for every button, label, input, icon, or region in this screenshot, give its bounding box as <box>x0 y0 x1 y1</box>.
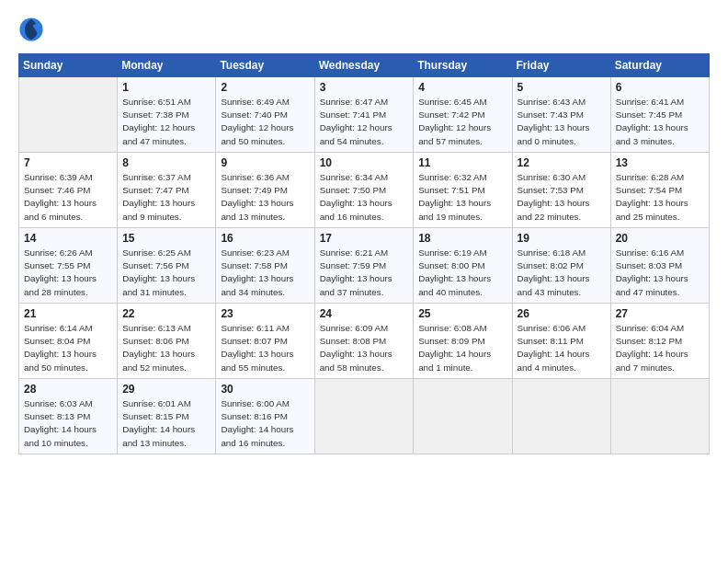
calendar-header-wednesday: Wednesday <box>314 54 414 77</box>
calendar-cell: 24Sunrise: 6:09 AM Sunset: 8:08 PM Dayli… <box>314 304 414 379</box>
calendar-cell <box>19 77 118 153</box>
day-info: Sunrise: 6:03 AM Sunset: 8:13 PM Dayligh… <box>24 397 112 450</box>
calendar-cell: 15Sunrise: 6:25 AM Sunset: 7:56 PM Dayli… <box>118 228 216 304</box>
calendar-cell: 6Sunrise: 6:41 AM Sunset: 7:45 PM Daylig… <box>610 77 709 153</box>
day-number: 21 <box>24 307 112 320</box>
day-info: Sunrise: 6:11 AM Sunset: 8:07 PM Dayligh… <box>221 322 309 374</box>
calendar-cell: 21Sunrise: 6:14 AM Sunset: 8:04 PM Dayli… <box>19 304 118 379</box>
day-number: 12 <box>518 156 606 169</box>
day-number: 5 <box>518 81 606 94</box>
day-info: Sunrise: 6:25 AM Sunset: 7:56 PM Dayligh… <box>122 247 210 299</box>
calendar-header-friday: Friday <box>512 54 610 77</box>
day-number: 18 <box>418 232 506 245</box>
calendar-cell: 16Sunrise: 6:23 AM Sunset: 7:58 PM Dayli… <box>216 228 314 304</box>
day-info: Sunrise: 6:16 AM Sunset: 8:03 PM Dayligh… <box>616 247 704 299</box>
day-number: 26 <box>518 307 606 320</box>
day-number: 25 <box>418 307 506 320</box>
calendar-cell <box>414 379 512 454</box>
calendar-week-row: 14Sunrise: 6:26 AM Sunset: 7:55 PM Dayli… <box>19 228 710 304</box>
calendar-cell: 19Sunrise: 6:18 AM Sunset: 8:02 PM Dayli… <box>512 228 610 304</box>
day-number: 6 <box>616 81 704 94</box>
day-number: 4 <box>418 81 506 94</box>
day-info: Sunrise: 6:13 AM Sunset: 8:06 PM Dayligh… <box>122 322 210 374</box>
day-number: 15 <box>122 232 210 245</box>
day-info: Sunrise: 6:51 AM Sunset: 7:38 PM Dayligh… <box>122 96 210 148</box>
day-info: Sunrise: 6:14 AM Sunset: 8:04 PM Dayligh… <box>24 322 112 374</box>
day-number: 1 <box>122 81 210 94</box>
day-number: 30 <box>221 383 309 396</box>
day-number: 22 <box>122 307 210 320</box>
calendar-week-row: 7Sunrise: 6:39 AM Sunset: 7:46 PM Daylig… <box>19 153 710 228</box>
day-number: 19 <box>518 232 606 245</box>
day-info: Sunrise: 6:00 AM Sunset: 8:16 PM Dayligh… <box>221 397 309 450</box>
calendar-cell: 23Sunrise: 6:11 AM Sunset: 8:07 PM Dayli… <box>216 304 314 379</box>
calendar-cell: 17Sunrise: 6:21 AM Sunset: 7:59 PM Dayli… <box>314 228 414 304</box>
day-info: Sunrise: 6:43 AM Sunset: 7:43 PM Dayligh… <box>518 96 606 148</box>
day-info: Sunrise: 6:37 AM Sunset: 7:47 PM Dayligh… <box>122 171 210 224</box>
day-info: Sunrise: 6:06 AM Sunset: 8:11 PM Dayligh… <box>518 322 606 374</box>
day-number: 14 <box>24 232 112 245</box>
calendar-cell: 9Sunrise: 6:36 AM Sunset: 7:49 PM Daylig… <box>216 153 314 228</box>
day-number: 7 <box>24 156 112 169</box>
calendar-header-monday: Monday <box>118 54 216 77</box>
calendar-week-row: 1Sunrise: 6:51 AM Sunset: 7:38 PM Daylig… <box>19 77 710 153</box>
calendar-cell: 11Sunrise: 6:32 AM Sunset: 7:51 PM Dayli… <box>414 153 512 228</box>
day-number: 13 <box>616 156 704 169</box>
day-info: Sunrise: 6:49 AM Sunset: 7:40 PM Dayligh… <box>221 96 309 148</box>
day-info: Sunrise: 6:04 AM Sunset: 8:12 PM Dayligh… <box>616 322 704 374</box>
calendar-cell: 29Sunrise: 6:01 AM Sunset: 8:15 PM Dayli… <box>118 379 216 454</box>
day-number: 2 <box>221 81 309 94</box>
calendar-cell: 7Sunrise: 6:39 AM Sunset: 7:46 PM Daylig… <box>19 153 118 228</box>
calendar-cell: 8Sunrise: 6:37 AM Sunset: 7:47 PM Daylig… <box>118 153 216 228</box>
calendar-header-saturday: Saturday <box>610 54 709 77</box>
day-info: Sunrise: 6:09 AM Sunset: 8:08 PM Dayligh… <box>320 322 409 374</box>
day-info: Sunrise: 6:47 AM Sunset: 7:41 PM Dayligh… <box>320 96 409 148</box>
page-container: SundayMondayTuesdayWednesdayThursdayFrid… <box>0 0 728 464</box>
calendar-week-row: 21Sunrise: 6:14 AM Sunset: 8:04 PM Dayli… <box>19 304 710 379</box>
calendar-cell <box>610 379 709 454</box>
day-number: 24 <box>320 307 409 320</box>
calendar-cell <box>314 379 414 454</box>
day-number: 3 <box>320 81 409 94</box>
day-info: Sunrise: 6:36 AM Sunset: 7:49 PM Dayligh… <box>221 171 309 224</box>
calendar-header-row: SundayMondayTuesdayWednesdayThursdayFrid… <box>19 54 710 77</box>
logo <box>18 17 46 42</box>
calendar-cell: 14Sunrise: 6:26 AM Sunset: 7:55 PM Dayli… <box>19 228 118 304</box>
day-info: Sunrise: 6:28 AM Sunset: 7:54 PM Dayligh… <box>616 171 704 224</box>
day-number: 27 <box>616 307 704 320</box>
day-info: Sunrise: 6:45 AM Sunset: 7:42 PM Dayligh… <box>418 96 506 148</box>
calendar-cell: 13Sunrise: 6:28 AM Sunset: 7:54 PM Dayli… <box>610 153 709 228</box>
calendar-cell: 25Sunrise: 6:08 AM Sunset: 8:09 PM Dayli… <box>414 304 512 379</box>
calendar-cell: 3Sunrise: 6:47 AM Sunset: 7:41 PM Daylig… <box>314 77 414 153</box>
day-number: 17 <box>320 232 409 245</box>
calendar-week-row: 28Sunrise: 6:03 AM Sunset: 8:13 PM Dayli… <box>19 379 710 454</box>
day-info: Sunrise: 6:23 AM Sunset: 7:58 PM Dayligh… <box>221 247 309 299</box>
day-info: Sunrise: 6:39 AM Sunset: 7:46 PM Dayligh… <box>24 171 112 224</box>
day-number: 23 <box>221 307 309 320</box>
calendar-cell: 26Sunrise: 6:06 AM Sunset: 8:11 PM Dayli… <box>512 304 610 379</box>
logo-icon <box>18 17 44 42</box>
calendar-cell: 10Sunrise: 6:34 AM Sunset: 7:50 PM Dayli… <box>314 153 414 228</box>
day-number: 11 <box>418 156 506 169</box>
calendar-header-thursday: Thursday <box>414 54 512 77</box>
calendar-cell: 20Sunrise: 6:16 AM Sunset: 8:03 PM Dayli… <box>610 228 709 304</box>
calendar-cell <box>512 379 610 454</box>
calendar-cell: 27Sunrise: 6:04 AM Sunset: 8:12 PM Dayli… <box>610 304 709 379</box>
day-info: Sunrise: 6:21 AM Sunset: 7:59 PM Dayligh… <box>320 247 409 299</box>
day-info: Sunrise: 6:01 AM Sunset: 8:15 PM Dayligh… <box>122 397 210 450</box>
day-info: Sunrise: 6:18 AM Sunset: 8:02 PM Dayligh… <box>518 247 606 299</box>
day-number: 29 <box>122 383 210 396</box>
day-info: Sunrise: 6:34 AM Sunset: 7:50 PM Dayligh… <box>320 171 409 224</box>
calendar-header-tuesday: Tuesday <box>216 54 314 77</box>
day-info: Sunrise: 6:26 AM Sunset: 7:55 PM Dayligh… <box>24 247 112 299</box>
calendar-cell: 2Sunrise: 6:49 AM Sunset: 7:40 PM Daylig… <box>216 77 314 153</box>
calendar-cell: 12Sunrise: 6:30 AM Sunset: 7:53 PM Dayli… <box>512 153 610 228</box>
calendar-cell: 4Sunrise: 6:45 AM Sunset: 7:42 PM Daylig… <box>414 77 512 153</box>
day-info: Sunrise: 6:19 AM Sunset: 8:00 PM Dayligh… <box>418 247 506 299</box>
calendar-cell: 30Sunrise: 6:00 AM Sunset: 8:16 PM Dayli… <box>216 379 314 454</box>
calendar-cell: 18Sunrise: 6:19 AM Sunset: 8:00 PM Dayli… <box>414 228 512 304</box>
day-number: 16 <box>221 232 309 245</box>
day-info: Sunrise: 6:08 AM Sunset: 8:09 PM Dayligh… <box>418 322 506 374</box>
day-number: 10 <box>320 156 409 169</box>
day-info: Sunrise: 6:32 AM Sunset: 7:51 PM Dayligh… <box>418 171 506 224</box>
